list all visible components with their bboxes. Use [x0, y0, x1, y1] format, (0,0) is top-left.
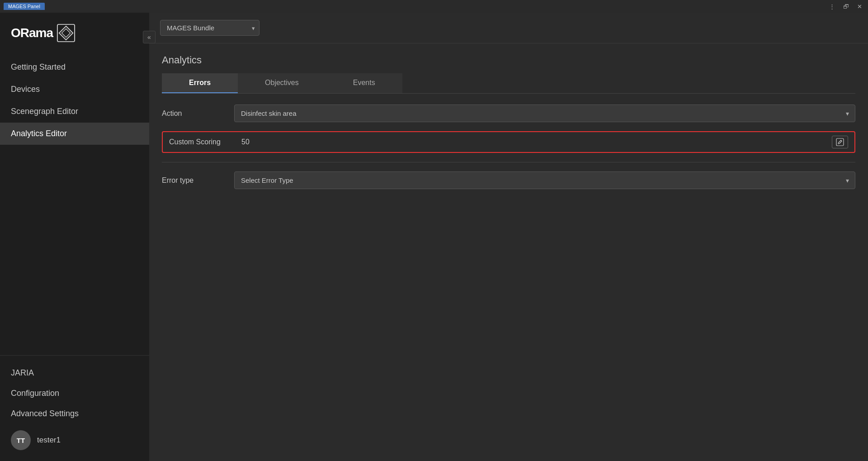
error-type-select-wrapper: Select Error Type: [234, 171, 855, 189]
svg-rect-3: [836, 138, 844, 146]
sidebar-item-label: Analytics Editor: [11, 129, 67, 138]
sidebar-logo: ORama: [0, 13, 149, 52]
action-select-wrapper: Disinfect skin area: [234, 105, 855, 122]
main-layout: « ORama Getting Started Devices Scenegra…: [0, 13, 868, 461]
sidebar-bottom-label: JARIA: [11, 368, 34, 377]
logo-diamond-icon: [57, 24, 75, 43]
action-select[interactable]: Disinfect skin area: [234, 105, 855, 122]
close-icon[interactable]: ✕: [855, 2, 864, 11]
tab-errors[interactable]: Errors: [162, 73, 238, 93]
restore-icon[interactable]: 🗗: [841, 2, 851, 11]
top-bar: MAGES Bundle: [149, 13, 868, 43]
more-options-icon[interactable]: ⋮: [827, 2, 837, 11]
analytics-tabs: Errors Objectives Events: [162, 73, 855, 94]
analytics-section: Analytics Errors Objectives Events Actio…: [149, 43, 868, 461]
sidebar-item-advanced-settings[interactable]: Advanced Settings: [11, 404, 138, 424]
sidebar-item-scenegraph-editor[interactable]: Scenegraph Editor: [0, 100, 149, 123]
tab-objectives[interactable]: Objectives: [238, 73, 326, 93]
title-bar-left: MAGES Panel: [4, 3, 45, 10]
custom-scoring-edit-button[interactable]: [832, 136, 848, 148]
sidebar: « ORama Getting Started Devices Scenegra…: [0, 13, 149, 461]
bundle-select[interactable]: MAGES Bundle: [160, 20, 259, 36]
custom-scoring-label: Custom Scoring: [169, 138, 241, 146]
sidebar-item-configuration[interactable]: Configuration: [11, 383, 138, 404]
logo-text: ORama: [11, 26, 53, 40]
tab-events[interactable]: Events: [326, 73, 402, 93]
sidebar-bottom: JARIA Configuration Advanced Settings TT…: [0, 355, 149, 461]
custom-scoring-input[interactable]: [241, 136, 832, 148]
sidebar-bottom-label: Configuration: [11, 389, 59, 398]
error-type-label: Error type: [162, 176, 234, 185]
action-row: Action Disinfect skin area: [162, 105, 855, 122]
sidebar-item-analytics-editor[interactable]: Analytics Editor: [0, 123, 149, 145]
bundle-select-wrapper: MAGES Bundle: [160, 20, 259, 36]
action-dropdown-wrapper: Disinfect skin area: [234, 105, 855, 122]
collapse-icon: «: [147, 33, 151, 41]
content-area: MAGES Bundle Analytics Errors Objectives…: [149, 13, 868, 461]
sidebar-item-label: Devices: [11, 85, 40, 94]
sidebar-item-getting-started[interactable]: Getting Started: [0, 56, 149, 78]
svg-marker-1: [59, 26, 73, 40]
sidebar-item-jaria[interactable]: JARIA: [11, 363, 138, 383]
action-label: Action: [162, 109, 234, 118]
title-bar-controls: ⋮ 🗗 ✕: [827, 2, 864, 11]
sidebar-item-label: Getting Started: [11, 62, 66, 72]
svg-rect-0: [57, 24, 75, 42]
error-type-select[interactable]: Select Error Type: [234, 171, 855, 189]
title-bar: MAGES Panel ⋮ 🗗 ✕: [0, 0, 868, 13]
sidebar-bottom-label: Advanced Settings: [11, 409, 79, 418]
edit-icon: [836, 138, 844, 146]
avatar: TT: [11, 430, 31, 450]
sidebar-nav: Getting Started Devices Scenegraph Edito…: [0, 52, 149, 355]
error-type-row: Error type Select Error Type: [162, 171, 855, 189]
sidebar-item-label: Scenegraph Editor: [11, 107, 78, 116]
analytics-title: Analytics: [162, 54, 855, 66]
svg-marker-2: [62, 29, 71, 37]
title-bar-tab[interactable]: MAGES Panel: [4, 3, 45, 10]
sidebar-item-devices[interactable]: Devices: [0, 78, 149, 100]
sidebar-collapse-button[interactable]: «: [143, 31, 156, 43]
error-type-dropdown-wrapper: Select Error Type: [234, 171, 855, 189]
user-section: TT tester1: [11, 424, 138, 450]
username: tester1: [37, 436, 61, 445]
field-divider: [162, 162, 855, 162]
custom-scoring-row: Custom Scoring: [162, 131, 855, 153]
